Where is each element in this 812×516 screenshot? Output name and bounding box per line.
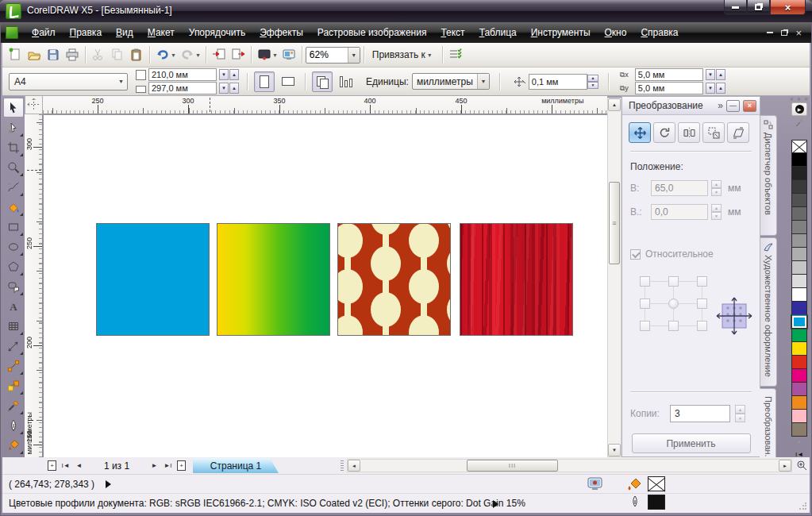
add-page-end-button[interactable]: + bbox=[175, 459, 188, 472]
new-button[interactable] bbox=[6, 45, 25, 64]
cut-button[interactable] bbox=[89, 45, 108, 64]
blend-tool[interactable] bbox=[3, 375, 24, 395]
menu-view[interactable]: Вид bbox=[109, 23, 140, 42]
color-swatch[interactable] bbox=[791, 356, 807, 369]
undo-dropdown-icon[interactable]: ▼ bbox=[171, 52, 176, 58]
basic-shapes-tool[interactable] bbox=[3, 276, 24, 296]
shape-tool[interactable] bbox=[3, 117, 24, 137]
paper-width-field[interactable]: 210,0 мм bbox=[148, 68, 217, 81]
docker-expand-icon[interactable]: » bbox=[718, 100, 723, 111]
no-color-swatch[interactable] bbox=[791, 140, 807, 153]
anchor-center[interactable] bbox=[668, 298, 679, 309]
ruler-origin[interactable] bbox=[25, 96, 43, 114]
menu-tools[interactable]: Инструменты bbox=[524, 23, 598, 42]
open-button[interactable] bbox=[25, 45, 44, 64]
horizontal-ruler[interactable]: 250 300 350 400 450 миллиметры bbox=[43, 96, 607, 114]
paper-height-field[interactable]: 297,0 мм bbox=[148, 82, 217, 94]
copy-button[interactable] bbox=[108, 45, 127, 64]
anchor-bottom-left[interactable] bbox=[640, 321, 650, 331]
zoom-level-combo[interactable]: ▼ bbox=[306, 47, 360, 64]
portrait-button[interactable] bbox=[254, 71, 275, 92]
paper-size-dropdown-icon[interactable]: ▼ bbox=[115, 74, 127, 90]
color-swatch[interactable] bbox=[791, 234, 807, 248]
next-page-button[interactable]: ► bbox=[148, 459, 161, 472]
size-mode-button[interactable] bbox=[702, 122, 725, 143]
position-mode-button[interactable] bbox=[629, 122, 651, 143]
anchor-top-right[interactable] bbox=[697, 276, 707, 287]
nudge-field[interactable]: 0,1 мм bbox=[529, 74, 587, 90]
copies-field[interactable]: 3 bbox=[670, 405, 730, 422]
fill-status-icon[interactable] bbox=[626, 476, 644, 492]
duplicate-x-spinner[interactable]: ▼▲ bbox=[706, 69, 725, 80]
menu-effects[interactable]: Эффекты bbox=[252, 23, 310, 42]
restore-button[interactable] bbox=[747, 0, 770, 15]
color-eyedropper-tool[interactable] bbox=[3, 395, 24, 415]
anchor-top-center[interactable] bbox=[668, 276, 679, 287]
import-button[interactable] bbox=[210, 45, 229, 64]
color-swatch[interactable] bbox=[791, 288, 807, 302]
units-dropdown-icon[interactable]: ▼ bbox=[477, 74, 489, 89]
expand-arrow-icon[interactable] bbox=[493, 500, 498, 508]
color-swatch[interactable] bbox=[791, 410, 807, 423]
color-swatch[interactable] bbox=[791, 248, 807, 261]
current-page-button[interactable] bbox=[336, 71, 356, 92]
menu-bitmaps[interactable]: Растровые изображения bbox=[310, 23, 434, 42]
color-swatch[interactable] bbox=[791, 275, 807, 288]
color-swatch[interactable] bbox=[791, 153, 807, 167]
save-button[interactable] bbox=[44, 45, 63, 64]
nudge-spinner[interactable]: ▲▼ bbox=[587, 75, 598, 89]
rectangle-tool[interactable] bbox=[3, 217, 24, 237]
horizontal-scrollbar-thumb[interactable] bbox=[467, 460, 558, 472]
scroll-down-button[interactable]: ▼ bbox=[608, 444, 621, 456]
menu-arrange[interactable]: Упорядочить bbox=[182, 23, 252, 42]
print-button[interactable] bbox=[63, 45, 82, 64]
anchor-bottom-right[interactable] bbox=[697, 321, 707, 331]
anchor-middle-right[interactable] bbox=[697, 298, 707, 309]
menu-edit[interactable]: Правка bbox=[63, 23, 110, 42]
menu-help[interactable]: Справка bbox=[633, 23, 685, 42]
ellipse-tool[interactable] bbox=[3, 237, 24, 256]
zoom-dropdown-icon[interactable]: ▼ bbox=[348, 48, 360, 63]
landscape-button[interactable] bbox=[278, 71, 298, 92]
anchor-bottom-center[interactable] bbox=[668, 321, 679, 331]
smart-fill-tool[interactable] bbox=[3, 197, 24, 217]
docker-close-button[interactable]: × bbox=[743, 100, 756, 112]
document-app-icon[interactable] bbox=[6, 26, 18, 39]
color-swatch[interactable] bbox=[791, 261, 807, 275]
close-button[interactable]: × bbox=[770, 0, 806, 15]
dimension-tool[interactable] bbox=[3, 336, 24, 356]
paste-button[interactable] bbox=[127, 45, 146, 64]
horizontal-scrollbar[interactable]: ◄ ► bbox=[347, 459, 792, 472]
minimize-button[interactable] bbox=[724, 0, 747, 15]
tab-artistic-media[interactable]: Художественное оформление bbox=[760, 237, 777, 387]
paper-width-spinner[interactable]: ▼▲ bbox=[219, 69, 239, 80]
rotate-mode-button[interactable] bbox=[653, 122, 675, 143]
splitter-grip[interactable] bbox=[341, 460, 344, 472]
application-launcher-button[interactable] bbox=[255, 45, 274, 64]
solid-blue-square[interactable] bbox=[96, 223, 210, 336]
paper-size-combo[interactable]: A4 ▼ bbox=[9, 73, 128, 90]
texture-square[interactable] bbox=[460, 223, 573, 336]
skew-mode-button[interactable] bbox=[727, 122, 749, 143]
welcome-screen-button[interactable] bbox=[279, 45, 298, 64]
resize-grip[interactable] bbox=[799, 503, 806, 510]
scroll-left-button[interactable]: ◄ bbox=[348, 460, 360, 472]
color-swatch[interactable] bbox=[791, 207, 807, 221]
color-swatch[interactable] bbox=[791, 221, 807, 234]
color-swatch[interactable] bbox=[791, 369, 807, 383]
snap-to-button[interactable]: Привязать к ▼ bbox=[368, 49, 439, 60]
redo-button[interactable] bbox=[178, 45, 197, 64]
expand-arrow-icon[interactable] bbox=[106, 480, 111, 488]
color-swatch-selected[interactable] bbox=[791, 315, 807, 329]
units-combo[interactable]: миллиметры ▼ bbox=[412, 73, 490, 90]
copies-spinner[interactable]: ▲▼ bbox=[735, 405, 745, 422]
menu-table[interactable]: Таблица bbox=[472, 23, 524, 42]
tab-transformations[interactable]: Преобразован... bbox=[760, 388, 776, 464]
fill-tool[interactable] bbox=[3, 435, 24, 455]
anchor-top-left[interactable] bbox=[640, 276, 650, 287]
menu-file[interactable]: Файл bbox=[25, 23, 63, 42]
position-x-spinner[interactable]: ▲▼ bbox=[711, 180, 722, 196]
scale-mirror-mode-button[interactable] bbox=[678, 122, 700, 143]
page-tab[interactable]: Страница 1 bbox=[193, 458, 279, 473]
palette-scroll-up-icon[interactable]: ▲ bbox=[791, 129, 807, 139]
